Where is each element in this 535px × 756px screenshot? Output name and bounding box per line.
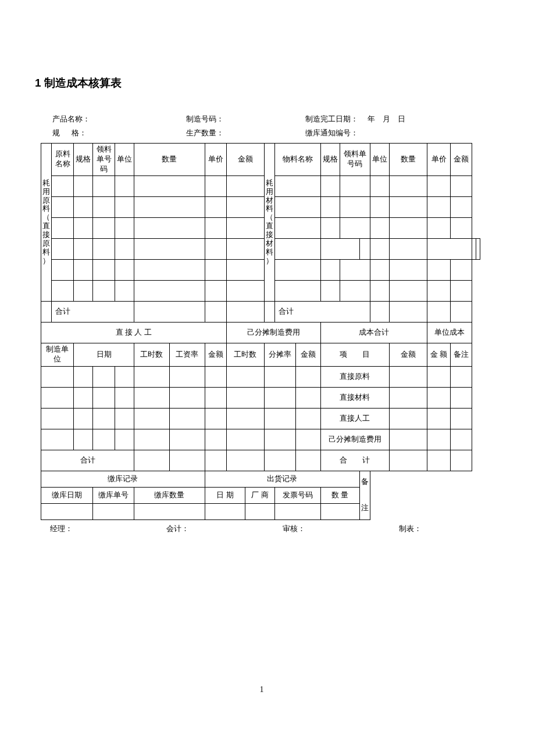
col-qty-l: 数量	[134, 144, 205, 176]
table-row	[41, 175, 480, 196]
table-row: 直接原料	[41, 366, 480, 387]
manager-label: 经理：	[50, 524, 73, 533]
cost-total-header: 成本合计	[320, 322, 427, 343]
col-reqno-r: 领料单号码	[340, 144, 370, 176]
item-direct-labor: 直接人工	[320, 408, 390, 429]
out-record-header: 出货记录	[205, 471, 359, 487]
col-price-r: 单价	[427, 144, 451, 176]
item-col: 项 目	[320, 343, 390, 366]
subtotal-row: 合计 合计	[41, 301, 480, 322]
col-reqno-l: 领料单号码	[93, 144, 115, 176]
meta-row-2: 规 格： 生产数量： 缴库通知编号：	[35, 128, 488, 138]
col-unit-l: 单位	[115, 144, 134, 176]
allocated-header: 己分摊制造费用	[226, 322, 320, 343]
table-row	[41, 280, 480, 301]
mfg-unit-col: 制造单位	[41, 343, 74, 366]
table-row: 己分摊制造费用	[41, 429, 480, 450]
subtotal-row-2: 合计 合 计	[41, 450, 480, 471]
spec-label-p2: 格：	[72, 128, 87, 137]
subtotal-2: 合计	[41, 450, 134, 471]
date-col: 日期	[74, 343, 134, 366]
in-record-header: 缴库记录	[41, 471, 205, 487]
table-row: 直接人工	[41, 408, 480, 429]
col-spec-r: 规格	[320, 144, 340, 176]
acct-label: 会计：	[166, 524, 189, 533]
warehouse-notice-label: 缴库通知编号：	[305, 128, 358, 137]
col-unit-r: 单位	[370, 144, 390, 176]
table-row	[41, 217, 480, 238]
item-direct-mat: 直接材料	[320, 387, 390, 408]
col-raw-name: 原料名称	[52, 144, 74, 176]
col-price-l: 单价	[205, 144, 226, 176]
hours-col: 工时数	[134, 343, 170, 366]
table-row: 直接材料	[41, 387, 480, 408]
col-amt-r: 金额	[451, 144, 472, 176]
col-spec-l: 规格	[74, 144, 93, 176]
in-qty-col: 缴库数量	[134, 487, 205, 503]
in-no-col: 缴库单号	[93, 487, 134, 503]
meta-row-1: 产品名称： 制造号码： 制造完工日期： 年 月 日	[35, 114, 488, 124]
direct-labor-header: 直 接 人 工	[41, 322, 227, 343]
signature-row: 经理： 会计： 审核： 制表：	[50, 524, 480, 534]
cost-table: 耗用原料（直接原料） 原料名称 规格 领料单号码 单位 数量 单价 金额 耗用材…	[41, 143, 480, 520]
remark-vertical: 备注	[360, 471, 370, 519]
inv-no-col: 发票号码	[274, 487, 320, 503]
doc-title: 1 制造成本核算表	[35, 76, 488, 91]
amount-col-2: 金额	[295, 343, 320, 366]
item-direct-raw: 直接原料	[320, 366, 390, 387]
subtotal-r: 合计	[274, 301, 370, 322]
col-mat-name: 物料名称	[274, 144, 320, 176]
complete-date-label: 制造完工日期：	[305, 114, 358, 123]
alloc-rate-col: 分摊率	[264, 343, 295, 366]
mfg-no-label: 制造号码：	[186, 114, 224, 123]
col-amt-l: 金额	[226, 144, 264, 176]
left-vertical-label: 耗用原料（直接原料）	[41, 144, 52, 302]
amt2-col: 金额	[390, 343, 427, 366]
table-row	[41, 196, 480, 217]
table-row	[41, 238, 480, 259]
col-qty-r: 数量	[390, 144, 427, 176]
item-alloc-mfg: 己分摊制造费用	[320, 429, 390, 450]
day-label: 日	[398, 114, 405, 123]
maker-label: 制表：	[399, 524, 422, 533]
audit-label: 审核：	[283, 524, 305, 533]
wage-rate-col: 工资率	[169, 343, 205, 366]
hours-col-2: 工时数	[226, 343, 264, 366]
vendor-col: 厂 商	[245, 487, 275, 503]
qty-label: 生产数量：	[186, 128, 224, 137]
table-row	[41, 259, 480, 280]
year-label: 年	[368, 114, 375, 123]
item-total: 合 计	[320, 450, 390, 471]
amt3-col: 金 额	[427, 343, 451, 366]
out-qty-col: 数 量	[320, 487, 360, 503]
page-number: 1	[35, 685, 488, 694]
month-label: 月	[383, 114, 390, 123]
unit-cost-header: 单位成本	[427, 322, 472, 343]
subtotal-l: 合计	[52, 301, 134, 322]
right-vertical-label: 耗用材料（直接材料）	[264, 144, 274, 302]
in-date-col: 缴库日期	[41, 487, 93, 503]
spec-label-p1: 规	[52, 128, 60, 137]
amount-col-1: 金额	[205, 343, 226, 366]
product-name-label: 产品名称：	[52, 114, 90, 123]
out-date-col: 日 期	[205, 487, 245, 503]
remark-col: 备注	[451, 343, 472, 366]
